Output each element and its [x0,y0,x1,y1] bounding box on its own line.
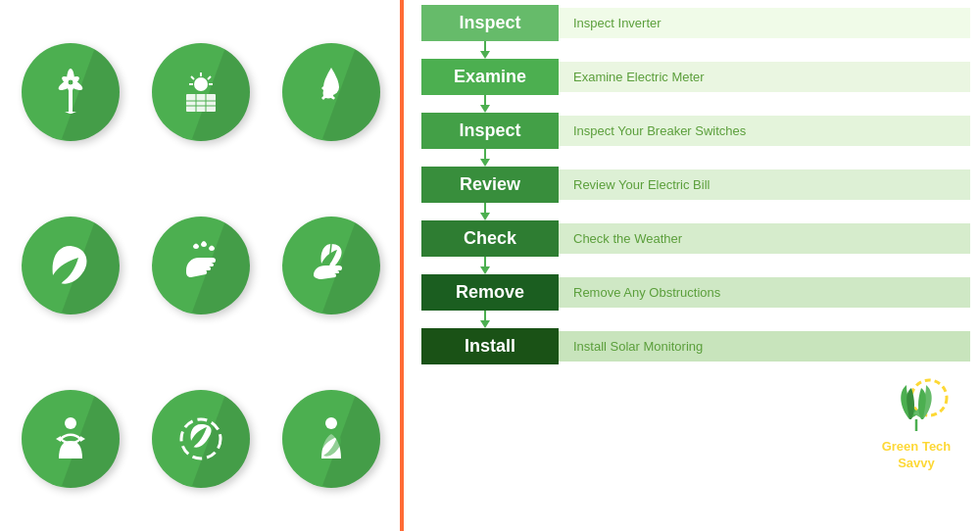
step-label-6: Install [421,328,559,364]
flow-step-1: Examine Examine Electric Meter [421,59,970,95]
flow-step-2: Inspect Inspect Your Breaker Switches [421,113,970,149]
recycle-person-icon [22,390,120,488]
flow-item-3: Review Review Your Electric Bill [421,167,970,203]
arrow-1 [421,95,970,113]
step-label-4: Check [421,220,559,257]
svg-marker-27 [480,51,490,59]
flow-steps-container: Inspect Inspect Inverter Examine Examine… [421,5,970,364]
logo-savvy: Savvy [898,456,935,470]
step-label-0: Inspect [421,5,559,41]
step-description-3: Review Your Electric Bill [559,169,970,200]
svg-point-17 [328,99,334,105]
eco-recycle-icon [152,390,250,488]
icons-section [0,0,402,531]
flow-step-6: Install Install Solar Monitoring [421,328,970,364]
svg-line-8 [208,76,211,79]
step-description-4: Check the Weather [559,223,970,254]
eco-person-icon [282,390,380,488]
logo-graphic [872,370,960,439]
logo-text: Green Tech Savvy [882,439,952,472]
flow-step-3: Review Review Your Electric Bill [421,167,970,203]
flow-step-4: Check Check the Weather [421,220,970,257]
arrow-3 [421,203,970,220]
flow-item-6: Install Install Solar Monitoring [421,328,970,364]
step-label-2: Inspect [421,113,559,149]
plant-hand-icon [282,217,380,314]
step-description-0: Inspect Inverter [559,8,970,38]
arrow-0 [421,41,970,59]
main-container: Inspect Inspect Inverter Examine Examine… [0,0,980,531]
svg-marker-22 [56,436,61,442]
flow-step-5: Remove Remove Any Obstructions [421,274,970,311]
water-hand-icon [152,217,250,314]
flow-item-2: Inspect Inspect Your Breaker Switches [421,113,970,149]
step-description-1: Examine Electric Meter [559,62,970,92]
svg-marker-33 [480,213,490,220]
flow-step-0: Inspect Inspect Inverter [421,5,970,41]
flow-item-1: Examine Examine Electric Meter [421,59,970,95]
logo-tech: Tech [922,439,951,454]
flow-item-4: Check Check the Weather [421,220,970,257]
flow-item-0: Inspect Inspect Inverter [421,5,970,41]
arrow-4 [421,257,970,274]
wind-turbine-icon [22,43,120,141]
svg-marker-35 [480,266,490,274]
svg-marker-37 [480,320,490,328]
svg-point-6 [194,77,208,91]
gear-water-icon [282,43,380,141]
flow-item-5: Remove Remove Any Obstructions [421,274,970,311]
step-description-5: Remove Any Obstructions [559,277,970,308]
svg-point-4 [68,79,74,85]
flowchart-section: Inspect Inspect Inverter Examine Examine… [402,0,980,531]
step-label-3: Review [421,167,559,203]
svg-point-20 [65,417,76,429]
svg-point-25 [325,417,337,429]
svg-marker-5 [65,112,76,114]
leaf-icon [22,217,120,314]
logo-container: Green Tech Savvy [872,370,960,472]
svg-line-10 [191,76,194,79]
svg-rect-12 [186,94,216,112]
solar-panel-icon [152,43,250,141]
step-label-1: Examine [421,59,559,95]
arrow-2 [421,149,970,167]
svg-marker-31 [480,159,490,167]
step-label-5: Remove [421,274,559,311]
arrow-5 [421,311,970,328]
step-description-2: Inspect Your Breaker Switches [559,116,970,146]
step-description-6: Install Solar Monitoring [559,331,970,362]
svg-marker-29 [480,105,490,113]
logo-green: Green [882,439,919,454]
